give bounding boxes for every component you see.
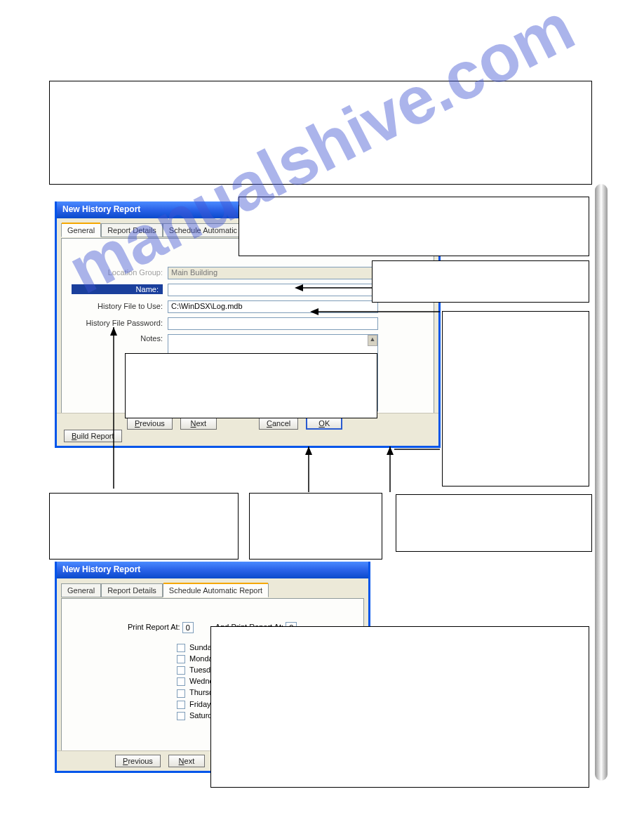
history-file-label: History File to Use: (72, 302, 163, 310)
sunday-checkbox[interactable] (177, 644, 185, 652)
friday-label: Friday (189, 700, 211, 708)
callout-box (239, 197, 589, 256)
history-file-input[interactable]: C:\WinDSX\Log.mdb (168, 300, 378, 313)
tab-report-details[interactable]: Report Details (101, 223, 163, 237)
location-group-field: Main Building (168, 267, 378, 279)
tab-schedule-automatic-report[interactable]: Schedule Automatic Report (163, 583, 269, 597)
next-button[interactable]: Next (168, 755, 205, 767)
build-report-button[interactable]: Build Report (64, 430, 122, 442)
location-group-label: Location Group: (72, 268, 163, 277)
tab-general[interactable]: General (61, 583, 101, 597)
notes-label: Notes: (72, 334, 163, 343)
tab-report-details[interactable]: Report Details (101, 583, 163, 597)
callout-box (49, 81, 592, 185)
history-password-label: History File Password: (72, 319, 163, 327)
notes-scroll-up-icon[interactable]: ▲ (368, 335, 377, 346)
arrow-icon (302, 446, 316, 496)
name-label: Name: (72, 284, 163, 294)
history-password-input[interactable] (168, 317, 378, 330)
print-report-at-label: Print Report At: (128, 623, 180, 631)
callout-box (210, 626, 589, 788)
page-scrollbar[interactable] (595, 184, 608, 781)
cancel-button[interactable]: Cancel (259, 417, 298, 430)
tab-general[interactable]: General (61, 223, 101, 237)
friday-checkbox[interactable] (177, 701, 185, 709)
monday-checkbox[interactable] (177, 655, 185, 663)
ok-button[interactable]: OK (306, 417, 342, 430)
wednesday-checkbox[interactable] (177, 677, 185, 686)
previous-button[interactable]: Previous (127, 417, 173, 430)
next-button[interactable]: Next (180, 417, 217, 430)
tab-bar: GeneralReport DetailsSchedule Automatic … (61, 583, 364, 598)
saturday-checkbox[interactable] (177, 712, 185, 720)
callout-box (249, 493, 382, 560)
tuesday-checkbox[interactable] (177, 666, 185, 675)
callout-box (49, 493, 239, 560)
callout-box (396, 494, 592, 552)
callout-box (442, 311, 589, 486)
arrow-icon (383, 446, 397, 496)
dialog-title: New History Report (57, 562, 368, 578)
callout-box (125, 353, 377, 418)
print-report-at-input[interactable]: 0 (182, 622, 194, 633)
previous-button[interactable]: Previous (115, 755, 161, 767)
thursday-checkbox[interactable] (177, 689, 185, 698)
name-input[interactable] (168, 284, 378, 296)
callout-box (372, 260, 589, 303)
